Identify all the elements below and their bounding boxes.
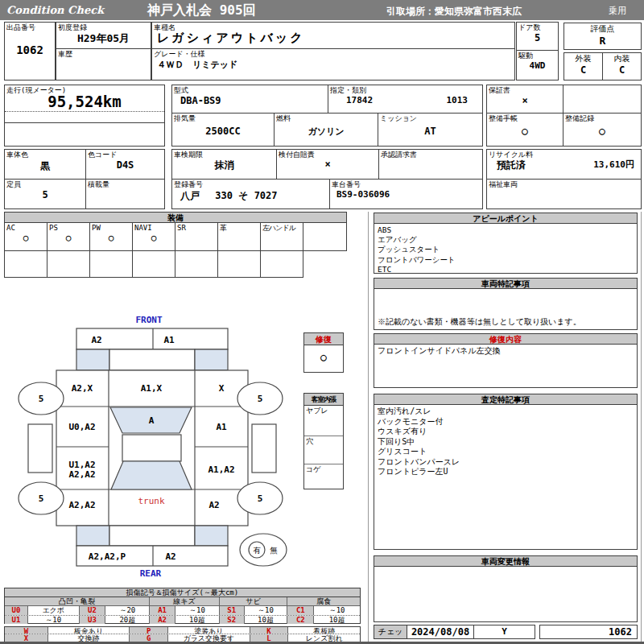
interior-hole-label[interactable]: 穴 <box>304 436 343 464</box>
equipment-cell-leather: 革 <box>218 223 261 251</box>
class-sub-value: 1013 <box>447 95 469 105</box>
class-no-value: 17842 <box>346 95 373 105</box>
recycle-box: リサイクル料 預託済 13,610円 福祉車両 <box>486 149 642 209</box>
exterior-label: 外装 <box>564 53 602 64</box>
appeal-title: アピールポイント <box>374 213 637 224</box>
interior-lining-title: 客室内張 <box>304 394 343 406</box>
check-lot-box: 1062 <box>539 625 638 639</box>
color-code-label: 色コード <box>86 150 164 159</box>
cell-door-front-left[interactable]: U0,A2 <box>68 422 95 432</box>
interior-value: C <box>603 64 641 76</box>
class-label: 指定・類別 <box>328 85 482 95</box>
mileage-value: 95,524km <box>5 93 164 110</box>
mileage-box: 走行(現メーター) 95,524km <box>4 85 165 147</box>
check-label: チェック <box>374 625 407 638</box>
drive-value: 4WD <box>517 60 558 71</box>
inspection-registration-box: 車検期限 抹消 検付自賠責 × 承認請求書 登録番号 八戸 330 そ 7027… <box>171 149 483 209</box>
repair-details-title: 修復内容 <box>374 334 637 345</box>
interior-label: 内装 <box>603 53 641 64</box>
cell-windshield[interactable]: A <box>149 415 155 426</box>
repair-mark-value[interactable]: ○ <box>304 351 343 363</box>
fuel-label: 燃料 <box>275 114 378 123</box>
grade-label: グレード・仕様 <box>152 49 514 59</box>
load-label: 積載量 <box>86 180 164 189</box>
rating-box: 評価点 R <box>564 23 642 50</box>
cell-door-rear-right[interactable]: A1,A2 <box>208 464 234 475</box>
drive-label: 駆動 <box>517 51 558 60</box>
insurance-value: × <box>277 159 378 170</box>
check-date: 2024/08/08 <box>407 625 474 638</box>
tire-front-left-rating[interactable]: 5 <box>39 394 44 404</box>
cell-rear-bumper-right[interactable]: A2 <box>165 551 175 562</box>
color-code-value: D4S <box>86 159 164 171</box>
assessment-title: 査定特記事項 <box>374 394 637 405</box>
welfare-label: 福祉車両 <box>487 180 641 189</box>
cell-rear-bumper-left[interactable]: A2,A2,P <box>89 551 126 562</box>
equipment-cell-ac: AC ○ <box>5 223 47 251</box>
equipment-cell-lhd: 左ハンドル <box>261 223 303 251</box>
repair-mark-title: 修復 <box>304 333 343 345</box>
model-value: レガシィアウトバック <box>152 31 514 46</box>
interior-lining-box: 客室内張 ヤブレ 穴 コゲ <box>303 393 344 489</box>
registration-number-value: 八戸 330 そ 7027 <box>172 189 329 203</box>
repair-details-items: フロントインサイドパネル左交換 <box>374 345 637 358</box>
cell-fender-front-left[interactable]: A2,X <box>72 383 93 394</box>
lot-number-box: 出品番号 1062 <box>4 22 56 80</box>
cell-quarter-right[interactable]: A2 <box>208 500 219 510</box>
interior-burn-label[interactable]: コゲ <box>304 464 343 474</box>
presence-no[interactable]: 無 <box>270 546 278 555</box>
cell-door-rear-left-2[interactable]: A2,A2 <box>68 469 95 480</box>
rating-label: 評価点 <box>564 23 641 35</box>
exterior-interior-box: 外装 C 内装 C <box>564 52 642 80</box>
check-row: チェック 2024/08/08 Y <box>374 625 535 639</box>
inspection-value: 抹消 <box>172 159 276 172</box>
doors-value: 5 <box>517 32 558 43</box>
grade-value: ４ＷＤ リミテッド <box>152 59 514 71</box>
damage-legend-table: 損傷記号＆損傷サイズ(～最大cm) 凸凹・亀裂 線キズ サビ 腐食 U0 エクボ… <box>4 588 361 624</box>
repair-mark-box: 修復 ○ <box>303 332 344 373</box>
chassis-number-label: 車台番号 <box>330 180 482 189</box>
change-info-panel: 車両変更情報 <box>374 555 638 622</box>
warranty-label: 保証書 <box>487 85 563 95</box>
vehicle-notes-title: 車両特記事項 <box>374 279 637 289</box>
cell-door-front-right[interactable]: A1 <box>216 422 227 432</box>
presence-yes[interactable]: 有 <box>253 546 261 555</box>
fuel-value: ガソリン <box>275 126 378 138</box>
type-code-value: DBA-BS9 <box>172 95 328 106</box>
body-color-value: 黒 <box>5 159 85 173</box>
lot-number-label: 出品番号 <box>5 23 55 32</box>
doors-box: ドア数 5 駆動 4WD <box>516 22 559 80</box>
warranty-box: 保証書 × 整備手帳 ○ 整備記録 ○ <box>486 85 642 147</box>
cell-trunk[interactable]: trunk <box>138 496 164 506</box>
maintenance-book-label: 整備手帳 <box>487 114 563 123</box>
auction-title: 神戸入札会 905回 <box>147 2 256 19</box>
equipment-cell-extra <box>303 223 346 251</box>
tire-front-right-rating[interactable]: 5 <box>258 394 263 404</box>
displacement-label: 排気量 <box>172 114 274 123</box>
body-color-label: 車体色 <box>5 150 85 159</box>
cell-quarter-left[interactable]: A2,A2 <box>68 500 95 510</box>
appeal-panel: アピールポイント ABS エアバッグ プッシュスタート フロントパワーシート E… <box>374 213 638 274</box>
check-inspector: Y <box>474 625 535 638</box>
equipment-cell-pw: PW ○ <box>90 223 133 251</box>
cell-front-bumper-right[interactable]: A1 <box>163 335 175 345</box>
assessment-panel: 査定特記事項 室内汚れ/スレ バックモニター付 ウスキズ有り 下回りS中 グリス… <box>374 394 638 550</box>
maintenance-record-value: ○ <box>564 125 641 137</box>
mission-label: ミッション <box>378 114 482 123</box>
change-info-title: 車両変更情報 <box>374 556 637 567</box>
cell-fender-front-right[interactable]: X <box>219 383 225 394</box>
interior-tear-label[interactable]: ヤブレ <box>304 406 343 436</box>
tire-rear-left-rating[interactable]: 5 <box>39 493 44 504</box>
repair-details-panel: 修復内容 フロントインサイドパネル左交換 <box>374 333 638 388</box>
cell-hood[interactable]: A1,X <box>141 383 163 394</box>
type-code-label: 型式 <box>172 85 328 95</box>
cell-front-bumper-left[interactable]: A2 <box>91 335 101 345</box>
title-bar: Condition Check 神戸入札会 905回 引取場所：愛知県弥富市西末… <box>0 0 644 20</box>
legend-group-rust: サビ <box>220 597 288 605</box>
tire-rear-right-rating[interactable]: 5 <box>258 493 263 504</box>
vehicle-notes-panel: 車両特記事項 ※記載のない書類・機器等は無しとして取り扱います。 <box>374 278 638 330</box>
legend-group-corrosion: 腐食 <box>287 597 360 605</box>
exterior-value: C <box>564 64 602 76</box>
mission-value: AT <box>378 126 482 137</box>
diagram-front-label: FRONT <box>135 315 162 325</box>
